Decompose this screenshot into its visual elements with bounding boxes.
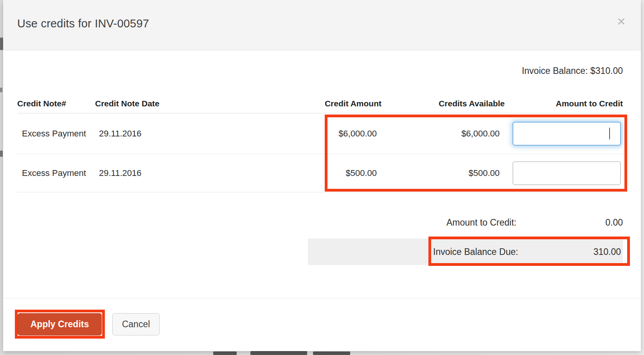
credit-note-name: Excess Payment [22,168,86,178]
apply-credits-button[interactable]: Apply Credits [18,313,102,335]
text-cursor [609,128,610,140]
amount-to-credit-label: Amount to Credit: [446,217,516,228]
amount-to-credit-input-row-1[interactable] [513,122,621,145]
amount-to-credit-input-row-2[interactable] [513,161,621,185]
col-header-credit-note: Credit Note# [17,99,66,108]
col-header-credit-amount: Credit Amount [325,99,381,108]
backdrop-content-fragment [213,351,237,355]
credits-table-header: Credit Note# Credit Note Date Credit Amo… [17,95,623,113]
table-row: Excess Payment 29.11.2016 $500.00 $500.0… [17,154,623,192]
invoice-balance-due-bar: Invoice Balance Due: 310.00 [308,238,623,265]
use-credits-modal: Use credits for INV-00597 ✕ Invoice Bala… [3,0,641,351]
table-row: Excess Payment 29.11.2016 $6,000.00 $6,0… [17,113,623,154]
col-header-amount-to-credit: Amount to Credit [556,99,623,108]
backdrop-smudge [0,88,2,92]
credit-note-date: 29.11.2016 [99,168,141,178]
credits-available: $6,000.00 [461,129,500,139]
invoice-balance-due-value: 310.00 [594,247,621,257]
amount-to-credit-summary: Amount to Credit: 0.00 [17,217,623,231]
amount-to-credit-value: 0.00 [605,217,623,228]
col-header-credits-available: Credits Available [439,99,505,108]
invoice-balance-text: Invoice Balance: $310.00 [522,66,623,76]
credit-amount: $6,000.00 [338,129,377,139]
close-icon[interactable]: ✕ [613,14,629,30]
backdrop-content-fragment [250,351,307,355]
invoice-balance-due-label: Invoice Balance Due: [433,247,518,257]
backdrop-smudge [0,151,3,157]
cancel-button[interactable]: Cancel [112,313,160,335]
modal-header: Use credits for INV-00597 ✕ [3,0,641,50]
credit-amount: $500.00 [345,168,377,178]
col-header-credit-note-date: Credit Note Date [95,99,160,108]
footer-divider [3,298,641,298]
backdrop-content-fragment [313,351,350,355]
credit-note-date: 29.11.2016 [99,129,141,139]
credit-note-name: Excess Payment [22,129,86,139]
credits-available: $500.00 [468,168,500,178]
backdrop-smudge [0,38,3,50]
modal-title: Use credits for INV-00597 [17,17,149,30]
